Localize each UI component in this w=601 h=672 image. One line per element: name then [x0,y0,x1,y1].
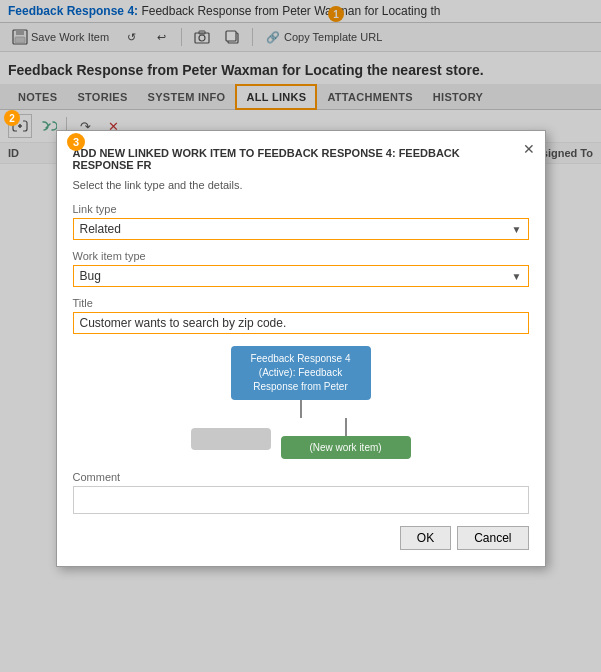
title-label: Title [73,297,529,309]
link-diagram: Feedback Response 4 (Active): Feedback R… [73,346,529,459]
work-item-type-value: Bug [80,269,512,283]
title-input[interactable] [73,312,529,334]
link-type-label: Link type [73,203,529,215]
diagram-row: (New work item) [191,418,411,459]
diagram-line [300,400,302,418]
diagram-v-line2 [345,418,347,436]
add-link-modal: ADD NEW LINKED WORK ITEM TO FEEDBACK RES… [56,130,546,567]
badge-2: 2 [4,110,20,126]
work-item-type-arrow-icon: ▼ [512,271,522,282]
comment-label: Comment [73,471,529,483]
diagram-source-box: Feedback Response 4 (Active): Feedback R… [231,346,371,400]
link-type-dropdown[interactable]: Related ▼ [73,218,529,240]
badge-3: 3 [67,133,85,151]
comment-input[interactable] [73,486,529,514]
ok-button[interactable]: OK [400,526,451,550]
modal-subtitle: Select the link type and the details. [73,179,529,191]
modal-footer: OK Cancel [73,526,529,550]
link-type-field: Link type Related ▼ [73,203,529,240]
title-field: Title [73,297,529,334]
comment-field: Comment [73,471,529,514]
modal-overlay: 3 ADD NEW LINKED WORK ITEM TO FEEDBACK R… [0,0,601,672]
cancel-button[interactable]: Cancel [457,526,528,550]
work-item-type-field: Work item type Bug ▼ [73,250,529,287]
link-type-value: Related [80,222,512,236]
work-item-type-dropdown[interactable]: Bug ▼ [73,265,529,287]
modal-close-button[interactable]: ✕ [523,141,535,157]
modal-title: ADD NEW LINKED WORK ITEM TO FEEDBACK RES… [73,147,529,171]
link-type-arrow-icon: ▼ [512,224,522,235]
diagram-gray-box [191,428,271,450]
work-item-type-label: Work item type [73,250,529,262]
diagram-new-item-box: (New work item) [281,436,411,459]
